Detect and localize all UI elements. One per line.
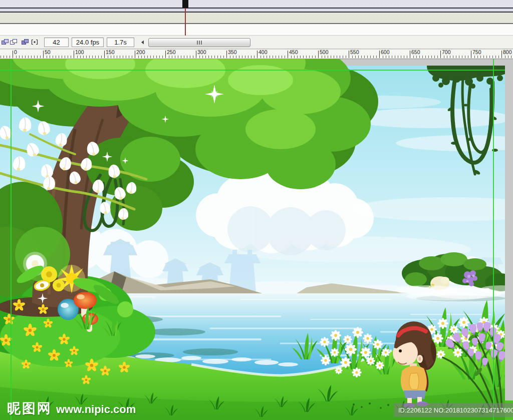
ruler-label: 50 <box>45 50 51 55</box>
ruler-major-tick <box>379 51 380 58</box>
ruler-minor-tick <box>489 56 490 58</box>
ruler-minor-tick <box>80 56 81 58</box>
ruler-minor-tick <box>273 56 273 58</box>
onion-skin-button[interactable] <box>1 38 10 47</box>
ruler[interactable]: 0501001502002503003504004505005506006507… <box>0 49 513 59</box>
ruler-minor-tick <box>297 56 298 58</box>
site-url: www.nipic.com <box>56 403 136 416</box>
frame-rate-field[interactable]: 24.0 fps <box>72 38 104 47</box>
ruler-minor-tick <box>98 56 99 58</box>
ruler-minor-tick <box>95 56 96 58</box>
ruler-minor-tick <box>202 56 203 58</box>
onion-skin-outlines-icon <box>10 38 18 46</box>
ruler-minor-tick <box>193 56 193 58</box>
ruler-minor-tick <box>474 56 475 58</box>
guide-vertical[interactable] <box>493 59 494 420</box>
ruler-minor-tick <box>386 56 386 58</box>
onion-skin-icon <box>1 38 9 46</box>
playhead-marker[interactable] <box>182 0 188 8</box>
ruler-minor-tick <box>462 56 462 58</box>
ruler-minor-tick <box>422 56 423 58</box>
ruler-minor-tick <box>205 56 206 58</box>
edit-multiple-frames-button[interactable] <box>21 38 30 47</box>
ruler-minor-tick <box>1 56 1 58</box>
ruler-minor-tick <box>428 56 429 58</box>
ruler-minor-tick <box>156 56 157 58</box>
ruler-minor-tick <box>217 56 218 58</box>
ruler-minor-tick <box>56 56 56 58</box>
ruler-minor-tick <box>483 56 484 58</box>
ruler-minor-tick <box>50 56 50 58</box>
ruler-minor-tick <box>361 56 362 58</box>
ruler-minor-tick <box>129 56 129 58</box>
ruler-major-tick <box>288 51 288 58</box>
image-id-watermark: ID:2206122 NO:20181023073147176000 <box>394 403 513 417</box>
ruler-minor-tick <box>65 56 65 58</box>
ruler-minor-tick <box>34 56 35 58</box>
timeline-empty-area[interactable] <box>0 13 513 23</box>
ruler-minor-tick <box>147 56 148 58</box>
stage-canvas[interactable]: 昵图网 www.nipic.com ID:2206122 NO:20181023… <box>0 59 513 420</box>
ruler-major-tick <box>440 51 441 58</box>
ruler-label: 800 <box>503 50 512 55</box>
ruler-minor-tick <box>300 56 301 58</box>
ruler-minor-tick <box>123 56 123 58</box>
ruler-minor-tick <box>4 56 4 58</box>
ruler-minor-tick <box>181 56 181 58</box>
scrollbar-thumb[interactable] <box>148 38 250 47</box>
elapsed-time-field[interactable]: 1.7s <box>107 38 134 47</box>
ruler-major-tick <box>257 51 258 58</box>
ruler-minor-tick <box>389 56 389 58</box>
ruler-minor-tick <box>267 56 267 58</box>
ruler-label: 200 <box>136 50 145 55</box>
ruler-minor-tick <box>465 56 465 58</box>
ruler-minor-tick <box>236 56 236 58</box>
ruler-label: 550 <box>350 50 359 55</box>
ruler-minor-tick <box>358 56 359 58</box>
ruler-minor-tick <box>71 56 71 58</box>
site-watermark: 昵图网 www.nipic.com <box>7 399 136 417</box>
ruler-minor-tick <box>120 56 120 58</box>
ruler-major-tick <box>135 51 135 58</box>
ruler-minor-tick <box>144 56 145 58</box>
ruler-minor-tick <box>19 56 20 58</box>
ruler-minor-tick <box>425 56 426 58</box>
ruler-minor-tick <box>322 56 322 58</box>
current-frame-field[interactable]: 42 <box>44 38 69 47</box>
ruler-minor-tick <box>86 56 87 58</box>
guide-horizontal[interactable] <box>0 70 505 71</box>
ruler-minor-tick <box>239 56 239 58</box>
ruler-minor-tick <box>22 56 23 58</box>
ruler-minor-tick <box>453 56 453 58</box>
scrollbar-left-arrow[interactable] <box>140 40 145 45</box>
ruler-minor-tick <box>468 56 468 58</box>
ruler-minor-tick <box>459 56 459 58</box>
ruler-minor-tick <box>291 56 292 58</box>
timeline-frames-row[interactable] <box>0 0 513 8</box>
ruler-label: 600 <box>381 50 390 55</box>
ruler-label: 400 <box>259 50 268 55</box>
ruler-label: 450 <box>289 50 298 55</box>
onion-skin-outlines-button[interactable] <box>9 38 18 47</box>
ruler-minor-tick <box>370 56 371 58</box>
ruler-minor-tick <box>364 56 365 58</box>
ruler-major-tick <box>501 51 502 58</box>
guide-vertical[interactable] <box>11 59 12 420</box>
ruler-minor-tick <box>413 56 414 58</box>
ruler-major-tick <box>318 51 319 58</box>
ruler-minor-tick <box>230 56 230 58</box>
ruler-minor-tick <box>251 56 251 58</box>
ruler-minor-tick <box>132 56 132 58</box>
ruler-minor-tick <box>373 56 374 58</box>
ruler-minor-tick <box>138 56 139 58</box>
ruler-minor-tick <box>89 56 90 58</box>
ruler-minor-tick <box>153 56 154 58</box>
ruler-minor-tick <box>294 56 295 58</box>
ruler-minor-tick <box>159 56 160 58</box>
ruler-major-tick <box>226 51 227 58</box>
modify-onion-markers-button[interactable] <box>30 38 39 47</box>
ruler-minor-tick <box>328 56 328 58</box>
ruler-minor-tick <box>7 56 7 58</box>
ruler-minor-tick <box>456 56 456 58</box>
ruler-minor-tick <box>312 56 313 58</box>
